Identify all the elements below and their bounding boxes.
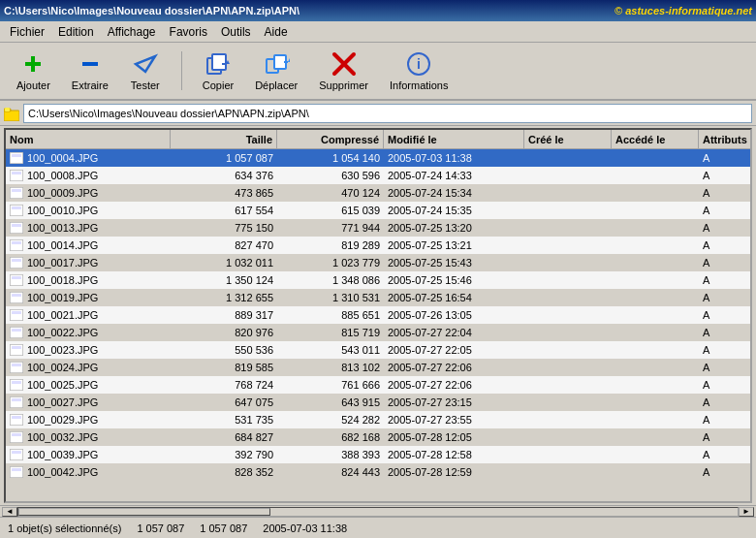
col-header-accessed[interactable]: Accédé le (612, 130, 699, 148)
file-cell (524, 174, 612, 176)
svg-rect-42 (12, 276, 21, 279)
file-cell (612, 157, 699, 159)
table-row[interactable]: 100_0009.JPG473 865470 1242005-07-24 15:… (6, 184, 750, 202)
svg-rect-66 (12, 416, 21, 419)
table-row[interactable]: 100_0004.JPG1 057 0871 054 1402005-07-03… (6, 149, 750, 167)
address-bar: C:\Users\Nico\Images\Nouveau dossier\APN… (0, 101, 756, 126)
toolbar-informations[interactable]: i Informations (381, 46, 457, 96)
menu-aide[interactable]: Aide (259, 23, 294, 41)
toolbar-supprimer[interactable]: Supprimer (310, 46, 377, 96)
horizontal-scrollbar[interactable]: ◄ ► (0, 505, 756, 517)
toolbar-ajouter[interactable]: Ajouter (8, 46, 59, 96)
toolbar-copier[interactable]: Copier (194, 46, 242, 96)
col-header-created[interactable]: Créé le (524, 130, 612, 148)
col-header-name[interactable]: Nom (6, 130, 171, 148)
menu-favoris[interactable]: Favoris (164, 23, 213, 41)
table-row[interactable]: 100_0019.JPG1 312 6551 310 5312005-07-25… (6, 289, 750, 306)
table-row[interactable]: 100_0021.JPG889 317885 6512005-07-26 13:… (6, 306, 750, 324)
col-header-attributes[interactable]: Attributs (699, 130, 752, 148)
file-cell: 820 976 (171, 326, 277, 339)
title-path-text: C:\Users\Nico\Images\Nouveau dossier\APN… (4, 5, 299, 16)
file-cell: A (699, 291, 750, 304)
file-cell: 889 317 (171, 308, 277, 322)
table-row[interactable]: 100_0025.JPG768 724761 6662005-07-27 22:… (6, 376, 750, 394)
extract-icon (77, 50, 104, 78)
table-row[interactable]: 100_0039.JPG392 790388 3932005-07-28 12:… (6, 446, 750, 463)
status-selection: 1 objet(s) sélectionné(s) (8, 522, 121, 534)
menu-outils[interactable]: Outils (215, 23, 257, 41)
table-row[interactable]: 100_0010.JPG617 554615 0392005-07-24 15:… (6, 202, 750, 219)
address-path-input[interactable]: C:\Users\Nico\Images\Nouveau dossier\APN… (23, 104, 752, 123)
file-cell (612, 227, 699, 229)
table-row[interactable]: 100_0029.JPG531 735524 2822005-07-27 23:… (6, 411, 750, 428)
toolbar-deplacer[interactable]: Déplacer (246, 46, 306, 96)
table-row[interactable]: 100_0018.JPG1 350 1241 348 0862005-07-25… (6, 271, 750, 289)
file-cell: A (699, 430, 750, 444)
svg-rect-33 (12, 224, 21, 227)
table-row[interactable]: 100_0042.JPG828 352824 4432005-07-28 12:… (6, 463, 750, 481)
svg-rect-54 (12, 346, 21, 349)
scroll-thumb[interactable] (18, 508, 270, 516)
svg-rect-21 (12, 154, 21, 157)
file-cell (524, 401, 612, 403)
file-icon (10, 431, 23, 443)
status-compressed: 1 057 087 (200, 522, 247, 534)
file-list-body[interactable]: 100_0004.JPG1 057 0871 054 1402005-07-03… (6, 149, 750, 501)
file-name-cell: 100_0010.JPG (6, 204, 171, 217)
table-row[interactable]: 100_0013.JPG775 150771 9442005-07-25 13:… (6, 219, 750, 237)
file-cell (524, 244, 612, 246)
file-cell: 2005-07-24 14:33 (384, 169, 524, 182)
file-cell: 885 651 (277, 308, 384, 322)
file-cell: 827 470 (171, 238, 277, 252)
col-header-compressed[interactable]: Compressé (277, 130, 384, 148)
table-row[interactable]: 100_0014.JPG827 470819 2892005-07-25 13:… (6, 237, 750, 254)
file-name-cell: 100_0014.JPG (6, 238, 171, 252)
toolbar-extraire[interactable]: Extraire (63, 46, 117, 96)
scroll-left-btn[interactable]: ◄ (2, 507, 17, 517)
file-cell: 1 023 779 (277, 256, 384, 269)
file-cell: 1 032 011 (171, 256, 277, 269)
col-header-size[interactable]: Taille (171, 130, 277, 148)
file-cell: 1 348 086 (277, 273, 384, 287)
file-cell: A (699, 396, 750, 409)
scroll-track[interactable] (17, 507, 739, 517)
svg-rect-36 (12, 241, 21, 244)
file-cell: A (699, 204, 750, 217)
table-row[interactable]: 100_0024.JPG819 585813 1022005-07-27 22:… (6, 359, 750, 376)
file-icon (10, 205, 23, 216)
col-header-modified[interactable]: Modifié le (384, 130, 524, 148)
file-name-cell: 100_0021.JPG (6, 308, 171, 322)
file-icon (10, 170, 23, 181)
menu-affichage[interactable]: Affichage (102, 23, 162, 41)
file-icon (10, 414, 23, 426)
file-cell: 2005-07-25 15:46 (384, 273, 524, 287)
file-name-cell: 100_0004.JPG (6, 151, 171, 165)
file-name-cell: 100_0032.JPG (6, 430, 171, 444)
file-cell: 1 054 140 (277, 151, 384, 165)
svg-rect-72 (12, 451, 21, 454)
table-row[interactable]: 100_0017.JPG1 032 0111 023 7792005-07-25… (6, 254, 750, 271)
scroll-right-btn[interactable]: ► (739, 507, 754, 517)
table-row[interactable]: 100_0008.JPG634 376630 5962005-07-24 14:… (6, 167, 750, 184)
file-cell (612, 314, 699, 316)
toolbar-tester[interactable]: Tester (121, 46, 170, 96)
file-icon (10, 396, 23, 408)
table-row[interactable]: 100_0022.JPG820 976815 7192005-07-27 22:… (6, 324, 750, 341)
table-row[interactable]: 100_0032.JPG684 827682 1682005-07-28 12:… (6, 428, 750, 446)
file-cell: 531 735 (171, 413, 277, 427)
table-row[interactable]: 100_0023.JPG550 536543 0112005-07-27 22:… (6, 341, 750, 359)
svg-rect-16 (4, 111, 19, 121)
file-cell: 2005-07-27 22:06 (384, 361, 524, 374)
svg-rect-75 (12, 468, 21, 471)
file-cell: 473 865 (171, 186, 277, 200)
file-cell: 2005-07-03 11:38 (384, 151, 524, 165)
file-icon (10, 292, 23, 303)
file-cell: 2005-07-25 13:21 (384, 238, 524, 252)
file-cell (612, 297, 699, 299)
file-cell (612, 174, 699, 176)
menu-edition[interactable]: Edition (52, 23, 100, 41)
file-cell: 1 350 124 (171, 273, 277, 287)
table-row[interactable]: 100_0027.JPG647 075643 9152005-07-27 23:… (6, 394, 750, 411)
file-cell (524, 314, 612, 316)
menu-fichier[interactable]: Fichier (4, 23, 50, 41)
